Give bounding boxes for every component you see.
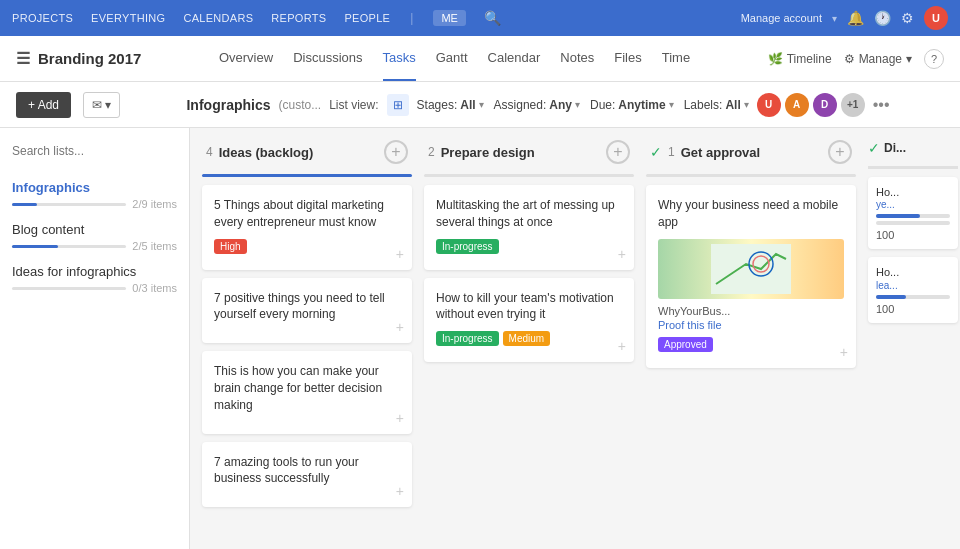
tag-medium: Medium bbox=[503, 331, 551, 346]
column-count: ✓ bbox=[650, 144, 662, 160]
search-input[interactable] bbox=[12, 140, 177, 162]
card-1: 5 Things about digital marketing every e… bbox=[202, 185, 412, 270]
card-add-button[interactable]: + bbox=[396, 246, 404, 262]
tab-discussions[interactable]: Discussions bbox=[293, 36, 362, 81]
partial-bars bbox=[876, 214, 950, 218]
card-6: How to kill your team's motivation witho… bbox=[424, 278, 634, 363]
labels-filter[interactable]: Labels: All ▾ bbox=[684, 98, 749, 112]
board-subtitle: (custo... bbox=[279, 98, 322, 112]
tab-overview[interactable]: Overview bbox=[219, 36, 273, 81]
card-title: 7 positive things you need to tell yours… bbox=[214, 290, 400, 324]
column-header: ✓ 1 Get approval + bbox=[646, 140, 856, 164]
sidebar-item-infographics[interactable]: Infographics 2/9 items bbox=[0, 174, 189, 216]
card-file-link[interactable]: Proof this file bbox=[658, 319, 844, 331]
add-card-button[interactable]: + bbox=[606, 140, 630, 164]
hamburger-icon[interactable]: ☰ bbox=[16, 49, 30, 68]
card-add-button[interactable]: + bbox=[618, 338, 626, 354]
nav-projects[interactable]: PROJECTS bbox=[12, 12, 73, 24]
tag-approved: Approved bbox=[658, 337, 713, 352]
partial-progress-val: 100 bbox=[876, 229, 950, 241]
chart-svg bbox=[711, 244, 791, 294]
card-add-button[interactable]: + bbox=[396, 319, 404, 335]
bell-icon[interactable]: 🔔 bbox=[847, 10, 864, 26]
tab-tasks[interactable]: Tasks bbox=[383, 36, 416, 81]
sidebar-item-ideas[interactable]: Ideas for infographics 0/3 items bbox=[0, 258, 189, 300]
top-nav-right: Manage account ▾ 🔔 🕐 ⚙ U bbox=[741, 6, 948, 30]
column-count: 2 bbox=[428, 145, 435, 159]
partial-bar-fill bbox=[876, 214, 920, 218]
settings-icon[interactable]: ⚙ bbox=[901, 10, 914, 26]
search-icon[interactable]: 🔍 bbox=[484, 10, 501, 26]
card-add-button[interactable]: + bbox=[396, 483, 404, 499]
nav-reports[interactable]: REPORTS bbox=[271, 12, 326, 24]
nav-calendars[interactable]: CALENDARS bbox=[183, 12, 253, 24]
email-button[interactable]: ✉ ▾ bbox=[83, 92, 120, 118]
progress-fill bbox=[12, 245, 58, 248]
svg-rect-0 bbox=[711, 244, 791, 294]
filter-group: Stages: All ▾ Assigned: Any ▾ Due: Anyti… bbox=[417, 98, 749, 112]
due-arrow: ▾ bbox=[669, 99, 674, 110]
progress-bar bbox=[12, 245, 126, 248]
brand-title: Branding 2017 bbox=[38, 50, 141, 67]
progress-bar bbox=[12, 287, 126, 290]
card-7: Why your business need a mobile app WhyY… bbox=[646, 185, 856, 368]
user-badge-d[interactable]: D bbox=[813, 93, 837, 117]
column-header: 4 Ideas (backlog) + bbox=[202, 140, 412, 164]
gear-icon: ⚙ bbox=[844, 52, 855, 66]
add-button[interactable]: + Add bbox=[16, 92, 71, 118]
card-title: This is how you can make your brain chan… bbox=[214, 363, 400, 413]
progress-bar bbox=[12, 203, 126, 206]
assigned-filter[interactable]: Assigned: Any ▾ bbox=[494, 98, 580, 112]
grid-view-icon[interactable]: ⊞ bbox=[387, 94, 409, 116]
tab-calendar[interactable]: Calendar bbox=[488, 36, 541, 81]
item-count: 2/5 items bbox=[132, 240, 177, 252]
card-add-button[interactable]: + bbox=[618, 246, 626, 262]
tab-time[interactable]: Time bbox=[662, 36, 690, 81]
tab-notes[interactable]: Notes bbox=[560, 36, 594, 81]
column-title: Get approval bbox=[681, 145, 760, 160]
manage-account-arrow: ▾ bbox=[832, 13, 837, 24]
me-button[interactable]: ME bbox=[433, 10, 466, 26]
card-image bbox=[658, 239, 844, 299]
more-options-button[interactable]: ••• bbox=[873, 96, 890, 114]
user-badge-u[interactable]: U bbox=[757, 93, 781, 117]
partial-card-text: Ho... bbox=[876, 265, 950, 279]
sidebar-item-progress: 0/3 items bbox=[12, 282, 177, 294]
card-add-button[interactable]: + bbox=[396, 410, 404, 426]
tab-gantt[interactable]: Gantt bbox=[436, 36, 468, 81]
card-tags: In-progress Medium bbox=[436, 331, 622, 346]
tag-high: High bbox=[214, 239, 247, 254]
card-3: This is how you can make your brain chan… bbox=[202, 351, 412, 433]
timeline-icon: 🌿 bbox=[768, 52, 783, 66]
card-title: How to kill your team's motivation witho… bbox=[436, 290, 622, 324]
due-filter[interactable]: Due: Anytime ▾ bbox=[590, 98, 674, 112]
manage-account-link[interactable]: Manage account bbox=[741, 12, 822, 24]
nav-people[interactable]: PEOPLE bbox=[344, 12, 390, 24]
add-card-button[interactable]: + bbox=[384, 140, 408, 164]
tab-files[interactable]: Files bbox=[614, 36, 641, 81]
sidebar-item-blog[interactable]: Blog content 2/5 items bbox=[0, 216, 189, 258]
user-avatar[interactable]: U bbox=[924, 6, 948, 30]
add-card-button[interactable]: + bbox=[828, 140, 852, 164]
nav-everything[interactable]: EVERYTHING bbox=[91, 12, 165, 24]
user-badge-extra[interactable]: +1 bbox=[841, 93, 865, 117]
card-tags: Approved bbox=[658, 337, 844, 352]
card-add-button[interactable]: + bbox=[840, 344, 848, 360]
clock-icon[interactable]: 🕐 bbox=[874, 10, 891, 26]
assigned-arrow: ▾ bbox=[575, 99, 580, 110]
partial-bar-fill bbox=[876, 295, 906, 299]
card-title: 5 Things about digital marketing every e… bbox=[214, 197, 400, 231]
help-button[interactable]: ? bbox=[924, 49, 944, 69]
stages-filter[interactable]: Stages: All ▾ bbox=[417, 98, 484, 112]
card-2: 7 positive things you need to tell yours… bbox=[202, 278, 412, 344]
timeline-button[interactable]: 🌿 Timeline bbox=[768, 52, 832, 66]
column-title: Prepare design bbox=[441, 145, 535, 160]
manage-button[interactable]: ⚙ Manage ▾ bbox=[844, 52, 912, 66]
card-image-inner bbox=[658, 239, 844, 299]
column-count: 4 bbox=[206, 145, 213, 159]
sub-nav-right: 🌿 Timeline ⚙ Manage ▾ ? bbox=[768, 49, 944, 69]
user-badge-a[interactable]: A bbox=[785, 93, 809, 117]
manage-arrow: ▾ bbox=[906, 52, 912, 66]
partial-column: ✓ Di... Ho... ye... 100 Ho... lea... 100 bbox=[868, 140, 958, 537]
tag-in-progress: In-progress bbox=[436, 239, 499, 254]
